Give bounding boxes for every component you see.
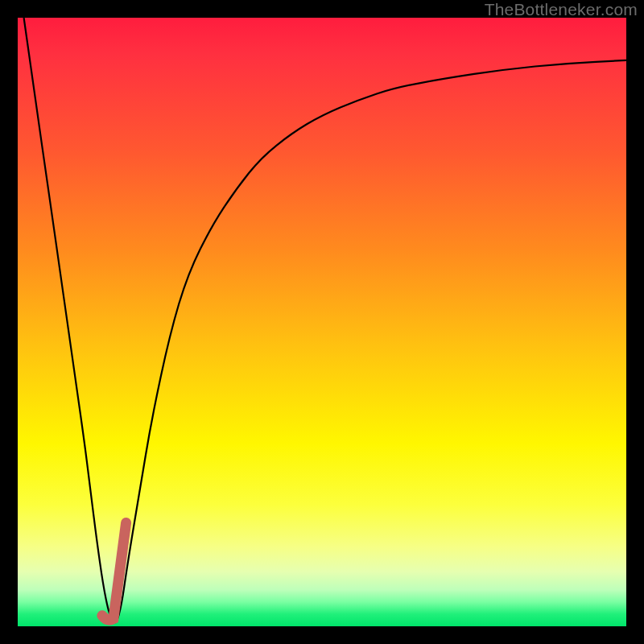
plot-area [18,18,626,626]
chart-frame: TheBottleneker.com [0,0,644,644]
selected-range-marker [102,523,126,621]
bottleneck-curve [24,18,626,622]
watermark-text: TheBottleneker.com [485,0,638,19]
curve-layer [18,18,626,626]
